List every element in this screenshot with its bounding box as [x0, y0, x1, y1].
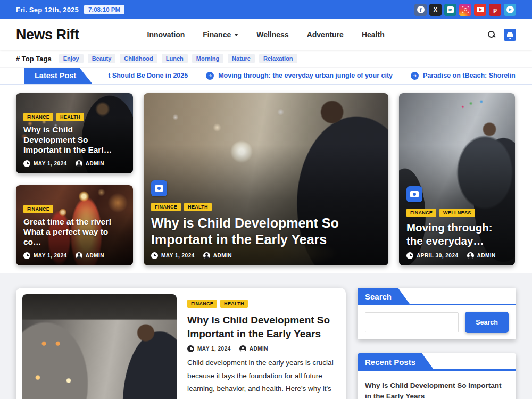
post-title[interactable]: Why is Child Development So Important in…	[23, 125, 126, 155]
facebook-icon[interactable]: f	[414, 4, 427, 16]
ticker-item-text: Moving through: the everyday urban jungl…	[218, 72, 393, 79]
ticker-item-text: t Should Be Done in 2025	[108, 72, 188, 79]
site-logo[interactable]: News Rift	[16, 27, 79, 43]
user-icon	[467, 252, 474, 259]
post-author[interactable]: ADMIN	[76, 160, 104, 167]
nav-label: Adventure	[307, 30, 344, 39]
nav-item-wellness[interactable]: Wellness	[256, 30, 288, 39]
post-title[interactable]: Why is Child Development So Important in…	[151, 215, 381, 247]
nav-label: Finance	[203, 30, 231, 39]
category-badges: FINANCE HEALTH	[23, 113, 84, 121]
tag-lunch[interactable]: Lunch	[162, 54, 188, 63]
linkedin-glyph: in	[447, 6, 454, 13]
nav-item-innovation[interactable]: Innovation	[147, 30, 185, 39]
x-twitter-icon[interactable]: X	[429, 4, 442, 16]
clock-icon	[151, 252, 158, 259]
category-badges: FINANCE WELLNESS	[406, 209, 475, 217]
current-time-badge: 7:08:10 PM	[84, 5, 124, 14]
social-links: f X in p	[414, 4, 516, 16]
post-author-text: ADMIN	[86, 161, 104, 167]
nav-item-adventure[interactable]: Adventure	[307, 30, 344, 39]
post-date[interactable]: APRIL 30, 2024	[406, 252, 459, 259]
category-badge[interactable]: HEALTH	[220, 300, 248, 308]
post-date[interactable]: MAY 1, 2024	[151, 252, 195, 259]
youtube-glyph	[477, 7, 484, 12]
tag-relaxation[interactable]: Relaxation	[259, 54, 297, 63]
category-badge[interactable]: WELLNESS	[439, 209, 475, 217]
search-widget: Search Search	[358, 288, 516, 339]
post-author-text: ADMIN	[86, 253, 104, 259]
search-input[interactable]	[365, 312, 459, 332]
pinterest-icon[interactable]: p	[489, 4, 501, 16]
current-date: Fri. Sep 12th, 2025	[16, 6, 79, 14]
category-badge[interactable]: FINANCE	[151, 203, 181, 211]
instagram-icon[interactable]	[459, 4, 471, 16]
ticker-item[interactable]: ➜Paradise on tBeach: Shoreline Ensemble	[411, 72, 516, 80]
article-excerpt: Child development in the early years is …	[187, 356, 339, 399]
category-badge[interactable]: FINANCE	[23, 205, 53, 213]
top-tags-bar: # Top Tags Enjoy Beauty Childhood Lunch …	[0, 50, 532, 68]
featured-post-card-main[interactable]: FINANCE HEALTH Why is Child Development …	[144, 93, 388, 265]
top-tags-label: # Top Tags	[16, 55, 52, 63]
ticker-items: t Should Be Done in 2025 ➜Moving through…	[108, 68, 516, 84]
notifications-button[interactable]	[504, 29, 516, 41]
tag-childhood[interactable]: Childhood	[120, 54, 157, 63]
recent-posts-widget: Recent Posts Why is Child Development So…	[358, 353, 516, 399]
post-author[interactable]: ADMIN	[76, 252, 104, 259]
user-icon	[76, 252, 82, 259]
category-badges: FINANCE HEALTH	[151, 203, 212, 211]
category-badge[interactable]: HEALTH	[56, 113, 84, 121]
widget-header: Search	[358, 288, 516, 305]
category-badges: FINANCE HEALTH	[187, 300, 339, 308]
category-badge[interactable]: HEALTH	[184, 203, 212, 211]
ticker-item[interactable]: t Should Be Done in 2025	[108, 72, 188, 79]
featured-post-card[interactable]: FINANCE WELLNESS Moving through: the eve…	[399, 93, 515, 265]
post-author-text: ADMIN	[213, 253, 232, 259]
youtube-icon[interactable]	[474, 4, 486, 16]
tag-morning[interactable]: Morning	[192, 54, 223, 63]
search-icon[interactable]	[487, 30, 496, 39]
tag-beauty[interactable]: Beauty	[88, 54, 116, 63]
post-date[interactable]: MAY 1, 2024	[23, 252, 67, 259]
article-title[interactable]: Why is Child Development So Important in…	[187, 313, 339, 340]
recent-post-link[interactable]: Why is Child Development So Important in…	[358, 371, 516, 399]
article-image	[22, 294, 177, 399]
telegram-glyph	[506, 6, 514, 13]
nav-label: Wellness	[256, 30, 288, 39]
nav-item-finance[interactable]: Finance	[203, 30, 238, 39]
post-title[interactable]: Great time at the river! What a perfect …	[23, 217, 126, 247]
category-badge[interactable]: FINANCE	[187, 300, 217, 308]
category-badge[interactable]: FINANCE	[406, 209, 436, 217]
post-meta: MAY 1, 2024 ADMIN	[151, 252, 232, 259]
category-badge[interactable]: FINANCE	[23, 113, 53, 121]
post-date-text: MAY 1, 2024	[161, 253, 195, 259]
featured-post-card[interactable]: FINANCE Great time at the river! What a …	[16, 185, 133, 265]
telegram-icon[interactable]	[504, 4, 516, 16]
ticker-item[interactable]: ➜Moving through: the everyday urban jung…	[206, 72, 393, 80]
clock-icon	[23, 252, 30, 259]
post-author[interactable]: ADMIN	[467, 252, 496, 259]
post-title[interactable]: Moving through: the everyday…	[406, 221, 508, 247]
tag-enjoy[interactable]: Enjoy	[59, 54, 84, 63]
user-icon	[239, 345, 246, 352]
latest-post-flag: Latest Post	[24, 68, 92, 84]
post-date[interactable]: MAY 1, 2024	[187, 345, 231, 352]
arrow-circle-icon: ➜	[206, 72, 214, 80]
clock-icon	[23, 160, 30, 167]
nav-label: Innovation	[147, 30, 185, 39]
latest-post-ticker: Latest Post t Should Be Done in 2025 ➜Mo…	[0, 68, 532, 85]
widget-header: Recent Posts	[358, 353, 516, 371]
post-meta: MAY 1, 2024 ADMIN	[23, 160, 104, 167]
nav-item-health[interactable]: Health	[362, 30, 385, 39]
widget-title: Search	[358, 288, 411, 305]
post-meta: MAY 1, 2024 ADMIN	[23, 252, 104, 259]
featured-post-card[interactable]: FINANCE HEALTH Why is Child Development …	[16, 93, 133, 173]
search-submit-button[interactable]: Search	[465, 312, 509, 333]
post-date[interactable]: MAY 1, 2024	[23, 160, 67, 167]
post-author-text: ADMIN	[250, 346, 268, 352]
post-author[interactable]: ADMIN	[239, 345, 268, 352]
linkedin-icon[interactable]: in	[444, 4, 456, 16]
post-author[interactable]: ADMIN	[203, 252, 232, 259]
article-card[interactable]: FINANCE HEALTH Why is Child Development …	[16, 288, 346, 399]
tag-nature[interactable]: Nature	[228, 54, 255, 63]
